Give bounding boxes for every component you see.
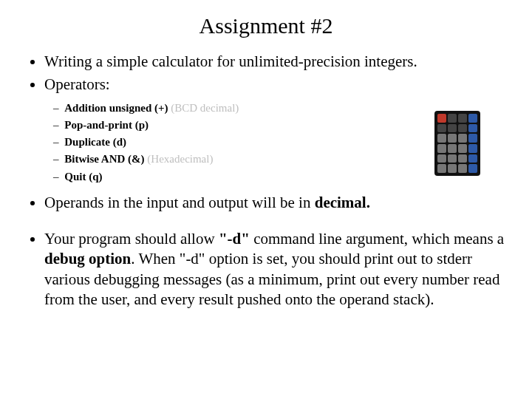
sub-addition-note: (BCD decimal) xyxy=(168,102,239,114)
operands-bold: decimal. xyxy=(315,194,370,211)
debug-mid: command line argument, which means a xyxy=(250,230,504,248)
sub-addition-bold: Addition unsigned (+) xyxy=(64,102,168,114)
bullet-intro1: Writing a simple calculator for unlimite… xyxy=(44,52,510,72)
main-list: Writing a simple calculator for unlimite… xyxy=(22,52,510,310)
sub-dup-text: Duplicate (d) xyxy=(64,136,126,148)
sub-and-bold: Bitwise AND (&) xyxy=(64,153,144,165)
debug-opt: debug option xyxy=(44,250,131,267)
calculator-image xyxy=(434,111,480,176)
debug-flag: "-d" xyxy=(219,230,250,248)
debug-pre: Your program should allow xyxy=(44,230,219,248)
operands-pre: Operands in the input and output will be… xyxy=(44,194,315,211)
bullet-operands: Operands in the input and output will be… xyxy=(44,193,510,213)
bullet-debug: Your program should allow "-d" command l… xyxy=(44,229,510,310)
sub-pop-text: Pop-and-print (p) xyxy=(64,119,149,131)
slide: Assignment #2 Writing a simple calculato… xyxy=(0,0,532,327)
sub-and-note: (Hexadecimal) xyxy=(145,153,214,165)
sub-quit-text: Quit (q) xyxy=(64,171,102,183)
slide-title: Assignment #2 xyxy=(22,13,510,38)
bullet-intro2-text: Operators: xyxy=(44,75,110,93)
